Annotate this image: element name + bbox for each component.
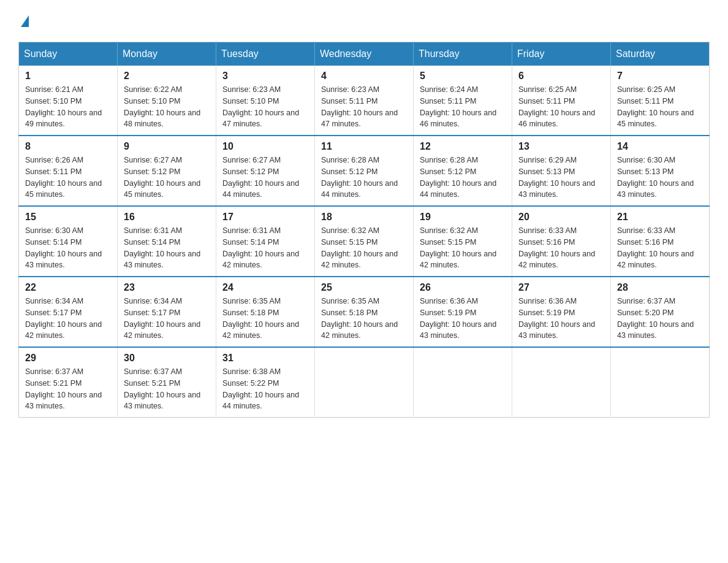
day-info: Sunrise: 6:37 AMSunset: 5:21 PMDaylight:… [124, 366, 210, 412]
day-number: 12 [420, 141, 506, 152]
calendar-cell: 18Sunrise: 6:32 AMSunset: 5:15 PMDayligh… [315, 206, 414, 277]
day-number: 15 [25, 212, 111, 223]
calendar-cell [414, 347, 512, 418]
day-info: Sunrise: 6:30 AMSunset: 5:13 PMDaylight:… [617, 155, 703, 201]
day-number: 5 [420, 71, 506, 82]
calendar-cell: 7Sunrise: 6:25 AMSunset: 5:11 PMDaylight… [611, 66, 710, 136]
calendar-cell: 26Sunrise: 6:36 AMSunset: 5:19 PMDayligh… [414, 277, 512, 347]
day-number: 8 [25, 141, 111, 152]
calendar-cell: 11Sunrise: 6:28 AMSunset: 5:12 PMDayligh… [315, 136, 414, 206]
header-wednesday: Wednesday [315, 42, 414, 66]
calendar-cell: 13Sunrise: 6:29 AMSunset: 5:13 PMDayligh… [512, 136, 611, 206]
calendar-cell: 9Sunrise: 6:27 AMSunset: 5:12 PMDaylight… [118, 136, 216, 206]
day-number: 26 [420, 282, 506, 293]
day-number: 9 [124, 141, 210, 152]
calendar-cell: 14Sunrise: 6:30 AMSunset: 5:13 PMDayligh… [611, 136, 710, 206]
day-info: Sunrise: 6:24 AMSunset: 5:11 PMDaylight:… [420, 84, 506, 130]
header-tuesday: Tuesday [216, 42, 315, 66]
day-info: Sunrise: 6:34 AMSunset: 5:17 PMDaylight:… [25, 296, 111, 342]
header-thursday: Thursday [414, 42, 512, 66]
day-info: Sunrise: 6:34 AMSunset: 5:17 PMDaylight:… [124, 296, 210, 342]
day-number: 19 [420, 212, 506, 223]
calendar-week-2: 8Sunrise: 6:26 AMSunset: 5:11 PMDaylight… [19, 136, 710, 206]
calendar-cell: 12Sunrise: 6:28 AMSunset: 5:12 PMDayligh… [414, 136, 512, 206]
calendar-cell: 30Sunrise: 6:37 AMSunset: 5:21 PMDayligh… [118, 347, 216, 418]
day-info: Sunrise: 6:26 AMSunset: 5:11 PMDaylight:… [25, 155, 111, 201]
calendar-cell [611, 347, 710, 418]
day-number: 16 [124, 212, 210, 223]
day-info: Sunrise: 6:25 AMSunset: 5:11 PMDaylight:… [617, 84, 703, 130]
day-info: Sunrise: 6:30 AMSunset: 5:14 PMDaylight:… [25, 225, 111, 271]
calendar-cell: 23Sunrise: 6:34 AMSunset: 5:17 PMDayligh… [118, 277, 216, 347]
day-number: 27 [518, 282, 604, 293]
day-info: Sunrise: 6:22 AMSunset: 5:10 PMDaylight:… [124, 84, 210, 130]
logo-area [18, 12, 29, 29]
calendar-cell: 1Sunrise: 6:21 AMSunset: 5:10 PMDaylight… [19, 66, 118, 136]
day-info: Sunrise: 6:27 AMSunset: 5:12 PMDaylight:… [222, 155, 308, 201]
day-number: 10 [222, 141, 308, 152]
day-info: Sunrise: 6:33 AMSunset: 5:16 PMDaylight:… [617, 225, 703, 271]
calendar-cell [315, 347, 414, 418]
calendar-cell: 20Sunrise: 6:33 AMSunset: 5:16 PMDayligh… [512, 206, 611, 277]
day-info: Sunrise: 6:32 AMSunset: 5:15 PMDaylight:… [321, 225, 407, 271]
header-monday: Monday [118, 42, 216, 66]
calendar-cell: 16Sunrise: 6:31 AMSunset: 5:14 PMDayligh… [118, 206, 216, 277]
calendar-cell: 24Sunrise: 6:35 AMSunset: 5:18 PMDayligh… [216, 277, 315, 347]
day-number: 18 [321, 212, 407, 223]
day-number: 17 [222, 212, 308, 223]
day-number: 29 [25, 353, 111, 364]
calendar-cell: 22Sunrise: 6:34 AMSunset: 5:17 PMDayligh… [19, 277, 118, 347]
day-info: Sunrise: 6:28 AMSunset: 5:12 PMDaylight:… [321, 155, 407, 201]
day-info: Sunrise: 6:37 AMSunset: 5:21 PMDaylight:… [25, 366, 111, 412]
calendar-cell: 10Sunrise: 6:27 AMSunset: 5:12 PMDayligh… [216, 136, 315, 206]
day-number: 14 [617, 141, 703, 152]
day-info: Sunrise: 6:28 AMSunset: 5:12 PMDaylight:… [420, 155, 506, 201]
page-header [18, 12, 710, 29]
weekday-header-row: Sunday Monday Tuesday Wednesday Thursday… [19, 42, 710, 66]
calendar-cell: 29Sunrise: 6:37 AMSunset: 5:21 PMDayligh… [19, 347, 118, 418]
calendar-cell: 3Sunrise: 6:23 AMSunset: 5:10 PMDaylight… [216, 66, 315, 136]
header-sunday: Sunday [19, 42, 118, 66]
calendar-table: Sunday Monday Tuesday Wednesday Thursday… [18, 42, 710, 418]
day-number: 31 [222, 353, 308, 364]
day-number: 20 [518, 212, 604, 223]
day-info: Sunrise: 6:21 AMSunset: 5:10 PMDaylight:… [25, 84, 111, 130]
calendar-cell: 27Sunrise: 6:36 AMSunset: 5:19 PMDayligh… [512, 277, 611, 347]
day-number: 30 [124, 353, 210, 364]
calendar-week-5: 29Sunrise: 6:37 AMSunset: 5:21 PMDayligh… [19, 347, 710, 418]
calendar-cell: 4Sunrise: 6:23 AMSunset: 5:11 PMDaylight… [315, 66, 414, 136]
header-saturday: Saturday [611, 42, 710, 66]
day-info: Sunrise: 6:36 AMSunset: 5:19 PMDaylight:… [420, 296, 506, 342]
day-info: Sunrise: 6:23 AMSunset: 5:10 PMDaylight:… [222, 84, 308, 130]
day-number: 1 [25, 71, 111, 82]
calendar-cell: 6Sunrise: 6:25 AMSunset: 5:11 PMDaylight… [512, 66, 611, 136]
day-info: Sunrise: 6:36 AMSunset: 5:19 PMDaylight:… [518, 296, 604, 342]
calendar-cell: 28Sunrise: 6:37 AMSunset: 5:20 PMDayligh… [611, 277, 710, 347]
calendar-cell: 17Sunrise: 6:31 AMSunset: 5:14 PMDayligh… [216, 206, 315, 277]
day-info: Sunrise: 6:35 AMSunset: 5:18 PMDaylight:… [321, 296, 407, 342]
day-info: Sunrise: 6:35 AMSunset: 5:18 PMDaylight:… [222, 296, 308, 342]
day-number: 22 [25, 282, 111, 293]
day-info: Sunrise: 6:33 AMSunset: 5:16 PMDaylight:… [518, 225, 604, 271]
day-number: 3 [222, 71, 308, 82]
calendar-week-1: 1Sunrise: 6:21 AMSunset: 5:10 PMDaylight… [19, 66, 710, 136]
day-info: Sunrise: 6:29 AMSunset: 5:13 PMDaylight:… [518, 155, 604, 201]
calendar-cell: 8Sunrise: 6:26 AMSunset: 5:11 PMDaylight… [19, 136, 118, 206]
day-number: 24 [222, 282, 308, 293]
day-number: 6 [518, 71, 604, 82]
calendar-week-4: 22Sunrise: 6:34 AMSunset: 5:17 PMDayligh… [19, 277, 710, 347]
calendar-cell: 15Sunrise: 6:30 AMSunset: 5:14 PMDayligh… [19, 206, 118, 277]
day-number: 4 [321, 71, 407, 82]
day-info: Sunrise: 6:31 AMSunset: 5:14 PMDaylight:… [124, 225, 210, 271]
day-number: 2 [124, 71, 210, 82]
calendar-cell: 21Sunrise: 6:33 AMSunset: 5:16 PMDayligh… [611, 206, 710, 277]
logo-triangle-icon [21, 15, 29, 27]
day-info: Sunrise: 6:23 AMSunset: 5:11 PMDaylight:… [321, 84, 407, 130]
day-info: Sunrise: 6:38 AMSunset: 5:22 PMDaylight:… [222, 366, 308, 412]
calendar-cell: 31Sunrise: 6:38 AMSunset: 5:22 PMDayligh… [216, 347, 315, 418]
day-number: 13 [518, 141, 604, 152]
header-friday: Friday [512, 42, 611, 66]
calendar-cell [512, 347, 611, 418]
day-number: 7 [617, 71, 703, 82]
calendar-cell: 2Sunrise: 6:22 AMSunset: 5:10 PMDaylight… [118, 66, 216, 136]
